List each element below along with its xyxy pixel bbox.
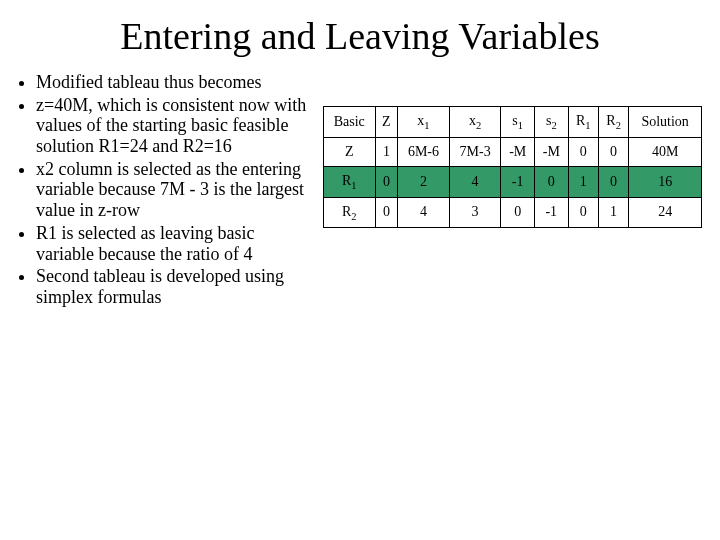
bullet-list: Modified tableau thus becomes z=40M, whi… [18, 72, 311, 310]
tableau-table: Basic Z x1 x2 s1 s2 R1 R2 Solution Z 1 6… [323, 106, 702, 228]
cell: 3 [449, 197, 501, 228]
tableau-row-r2: R2 0 4 3 0 -1 0 1 24 [324, 197, 702, 228]
cell: 16 [629, 166, 702, 197]
cell: -1 [501, 166, 535, 197]
content-area: Modified tableau thus becomes z=40M, whi… [18, 72, 702, 310]
col-solution: Solution [629, 107, 702, 138]
cell: R1 [324, 166, 376, 197]
cell: 4 [449, 166, 501, 197]
cell: 0 [375, 197, 398, 228]
bullet-item: x2 column is selected as the entering va… [36, 159, 311, 221]
cell: -M [501, 137, 535, 166]
col-basic: Basic [324, 107, 376, 138]
bullet-item: Modified tableau thus becomes [36, 72, 311, 93]
cell: Z [324, 137, 376, 166]
bullet-item: Second tableau is developed using simple… [36, 266, 311, 307]
bullet-item: z=40M, which is consistent now with valu… [36, 95, 311, 157]
cell: 1 [598, 197, 628, 228]
col-r2: R2 [598, 107, 628, 138]
col-x2: x2 [449, 107, 501, 138]
tableau-header-row: Basic Z x1 x2 s1 s2 R1 R2 Solution [324, 107, 702, 138]
cell: 0 [534, 166, 568, 197]
cell: R2 [324, 197, 376, 228]
cell: -M [534, 137, 568, 166]
cell: 0 [568, 197, 598, 228]
cell: 4 [398, 197, 450, 228]
cell: 40M [629, 137, 702, 166]
tableau-wrap: Basic Z x1 x2 s1 s2 R1 R2 Solution Z 1 6… [323, 72, 702, 228]
tableau-row-z: Z 1 6M-6 7M-3 -M -M 0 0 40M [324, 137, 702, 166]
slide: Entering and Leaving Variables Modified … [0, 0, 720, 540]
slide-title: Entering and Leaving Variables [18, 14, 702, 58]
cell: 1 [375, 137, 398, 166]
col-r1: R1 [568, 107, 598, 138]
cell: 24 [629, 197, 702, 228]
cell: 6M-6 [398, 137, 450, 166]
col-s2: s2 [534, 107, 568, 138]
cell: 0 [598, 166, 628, 197]
cell: 0 [501, 197, 535, 228]
col-z: Z [375, 107, 398, 138]
cell: 7M-3 [449, 137, 501, 166]
col-x1: x1 [398, 107, 450, 138]
cell: 0 [375, 166, 398, 197]
tableau-row-r1: R1 0 2 4 -1 0 1 0 16 [324, 166, 702, 197]
cell: 0 [598, 137, 628, 166]
cell: 2 [398, 166, 450, 197]
cell: -1 [534, 197, 568, 228]
cell: 1 [568, 166, 598, 197]
bullet-item: R1 is selected as leaving basic variable… [36, 223, 311, 264]
cell: 0 [568, 137, 598, 166]
col-s1: s1 [501, 107, 535, 138]
